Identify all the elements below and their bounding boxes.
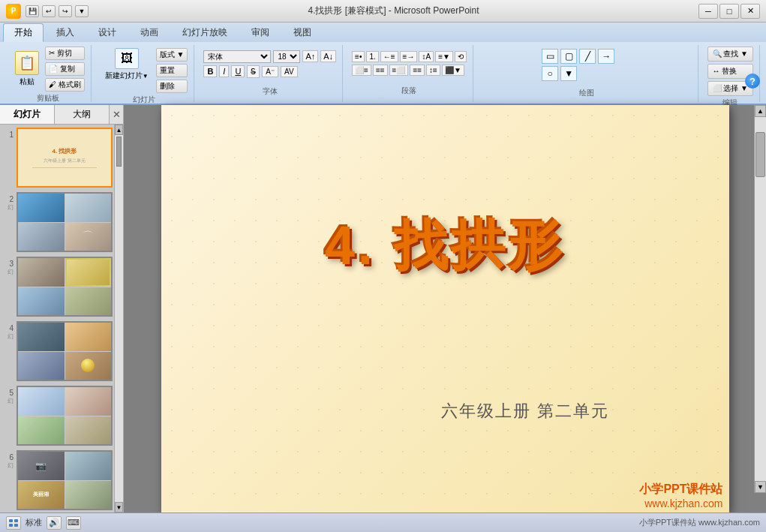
align-right-button[interactable]: ≡⬜ [389, 65, 409, 76]
slide-thumb-3[interactable]: 3 幻 [3, 257, 113, 317]
more-quick-btn[interactable]: ▼ [75, 5, 89, 17]
maximize-button[interactable]: □ [719, 4, 739, 19]
clipboard-group-label: 剪贴板 [37, 93, 59, 104]
slide-thumb-2[interactable]: 2 幻 ⌒ [3, 192, 113, 252]
strikethrough-button[interactable]: S̶ [247, 65, 260, 78]
redo-quick-btn[interactable]: ↪ [59, 5, 72, 17]
sphere-icon [81, 359, 95, 372]
font-family-select[interactable]: 宋体 [203, 50, 271, 63]
slide-thumb-6[interactable]: 6 幻 📷 美丽湖 [3, 450, 113, 510]
tab-view[interactable]: 视图 [282, 23, 323, 42]
sidebar-close-button[interactable]: ✕ [110, 105, 123, 124]
tab-insert[interactable]: 插入 [45, 23, 86, 42]
v-scroll-thumb[interactable] [755, 132, 765, 177]
v-scroll-down[interactable]: ▼ [755, 481, 766, 493]
shape-oval[interactable]: ○ [542, 66, 558, 81]
slide-annot-3: 幻 [8, 268, 14, 276]
numbering-button[interactable]: 1. [366, 51, 378, 62]
char-spacing-button[interactable]: AV [281, 66, 298, 77]
slide-image-6[interactable]: 📷 美丽湖 [17, 450, 113, 510]
tab-home[interactable]: 开始 [3, 23, 44, 42]
bold-button[interactable]: B [203, 65, 217, 77]
scroll-thumb[interactable] [116, 137, 122, 167]
decrease-font-button[interactable]: A↓ [320, 50, 336, 62]
slide-3-grid [18, 258, 111, 315]
slide-image-4[interactable] [17, 321, 113, 381]
slide-panel-scroll[interactable]: 1 4. 找拱形 六年级上册 第二单元 2 幻 [0, 125, 123, 512]
slide-canvas[interactable]: 4. 找拱形 六年级上册 第二单元 小学PPT课件站 www.kjzhan.co… [161, 105, 729, 512]
tab-slides[interactable]: 幻灯片 [0, 105, 55, 124]
increase-indent-button[interactable]: ≡→ [400, 51, 418, 62]
slide-6-cell-1: 📷 [18, 452, 65, 480]
underline-button[interactable]: U [231, 65, 245, 77]
bullets-button[interactable]: ≡• [352, 51, 365, 62]
paste-button[interactable]: 📋 粘贴 [12, 50, 42, 89]
slide-2-cell-3 [18, 223, 65, 251]
close-button[interactable]: ✕ [740, 4, 760, 19]
slide-number-6: 6 [3, 453, 14, 461]
status-icon2[interactable]: 🔊 [47, 516, 62, 530]
minimize-button[interactable]: ─ [698, 4, 718, 19]
copy-button[interactable]: 📄 复制 [45, 62, 85, 76]
slide-2-cell-4: ⌒ [65, 223, 112, 251]
decrease-indent-button[interactable]: ←≡ [380, 51, 398, 62]
tab-review[interactable]: 审阅 [240, 23, 281, 42]
new-slide-button[interactable]: 🖼 新建幻灯片▼ [101, 47, 153, 93]
scroll-track [115, 135, 123, 502]
align-text-button[interactable]: ≡▼ [435, 51, 453, 62]
tab-animation[interactable]: 动画 [129, 23, 170, 42]
slide-thumb-4[interactable]: 4 幻 [3, 321, 113, 381]
slide-5-cell-1 [18, 387, 65, 416]
cut-button[interactable]: ✂ 剪切 [45, 47, 85, 60]
undo-quick-btn[interactable]: ↩ [42, 5, 56, 17]
slide-number-3: 3 [3, 260, 14, 268]
find-button[interactable]: 🔍 查找 ▼ [707, 47, 753, 62]
delete-button[interactable]: 删除 [156, 80, 188, 93]
font-size-select[interactable]: 18 [273, 50, 300, 63]
tab-outline[interactable]: 大纲 [55, 105, 110, 124]
shape-rounded-rect[interactable]: ▢ [560, 49, 577, 64]
tab-design[interactable]: 设计 [87, 23, 128, 42]
v-scroll-up[interactable]: ▲ [755, 105, 766, 117]
status-view-icon[interactable] [6, 516, 21, 530]
slide-4-cell-1 [18, 323, 65, 351]
slide-thumb-5[interactable]: 5 幻 [3, 386, 113, 446]
justify-button[interactable]: ≡≡ [410, 65, 425, 76]
line-spacing-button[interactable]: ↕≡ [426, 65, 440, 76]
save-quick-btn[interactable]: 💾 [26, 5, 39, 17]
convert-smartart-button[interactable]: ⟲ [455, 51, 467, 62]
slide-3-cell-1 [18, 258, 65, 287]
slide-image-1[interactable]: 4. 找拱形 六年级上册 第二单元 [17, 128, 113, 188]
format-painter-button[interactable]: 🖌 格式刷 [45, 78, 85, 92]
slide-image-5[interactable] [17, 386, 113, 446]
align-left-button[interactable]: ⬜≡ [352, 65, 371, 76]
status-icon3[interactable]: ⌨ [66, 516, 81, 530]
align-center-button[interactable]: ≡≡ [373, 65, 388, 76]
slide-image-3[interactable] [17, 257, 113, 317]
slides-group-label: 幻灯片 [133, 95, 155, 105]
scroll-down-arrow[interactable]: ▼ [115, 502, 123, 512]
watermark-line1: 小学PPT课件站 [639, 482, 722, 497]
reset-button[interactable]: 重置 [156, 64, 188, 77]
slide-4-cell-4 [65, 352, 112, 380]
shape-more[interactable]: ▼ [560, 66, 577, 81]
tab-slideshow[interactable]: 幻灯片放映 [171, 23, 239, 42]
shape-rect[interactable]: ▭ [542, 49, 558, 64]
slide-2-cell-2 [65, 194, 112, 222]
layout-button[interactable]: 版式 ▼ [156, 48, 188, 62]
text-direction-button[interactable]: ↕A [419, 51, 434, 62]
help-button[interactable]: ? [745, 74, 760, 89]
scroll-up-arrow[interactable]: ▲ [115, 125, 123, 135]
columns-button[interactable]: ⬛▼ [442, 65, 464, 76]
slide-2-grid: ⌒ [18, 194, 111, 251]
shape-arrow[interactable]: → [598, 49, 614, 64]
slide-number-5: 5 [3, 389, 14, 397]
text-shadow-button[interactable]: A⁻ [262, 66, 278, 77]
slide-image-2[interactable]: ⌒ [17, 192, 113, 252]
increase-font-button[interactable]: A↑ [302, 50, 318, 62]
slide-5-cell-3 [18, 416, 65, 445]
italic-button[interactable]: I [219, 65, 229, 77]
shape-line[interactable]: ╱ [579, 49, 596, 64]
slide-3-cell-2 [65, 258, 112, 287]
slide-thumb-1[interactable]: 1 4. 找拱形 六年级上册 第二单元 [3, 128, 113, 188]
